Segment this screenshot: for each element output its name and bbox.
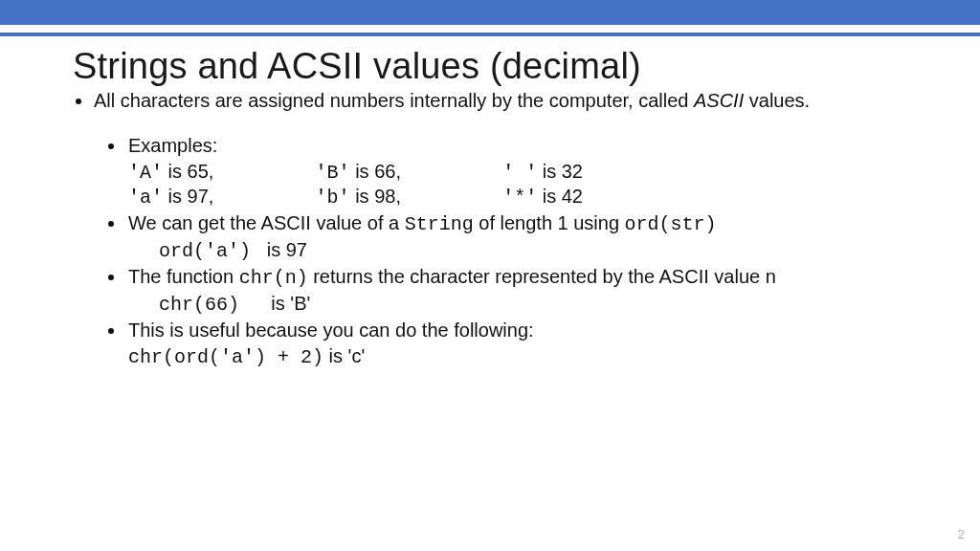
ord-func: ord(str) [625, 213, 717, 235]
ex-b-val: is 98, [350, 186, 401, 207]
ex-space-val: is 32 [537, 161, 583, 182]
ord-mid: of length 1 using [474, 212, 625, 233]
ex-A-val: is 65, [163, 161, 213, 182]
page-number: 2 [958, 527, 965, 541]
ord-example: ord('a') is 97 [126, 238, 932, 263]
accent-bar-thin [0, 33, 980, 36]
useful-bullet: This is useful because you can do the fo… [126, 319, 932, 342]
useful-ex-res: is 'c' [323, 345, 365, 366]
intro-text-post: values. [744, 90, 810, 111]
ex-A-char: 'A' [128, 162, 163, 184]
examples-block: 'A' is 65, 'B' is 66, ' ' is 32 'a' is 9… [126, 160, 932, 209]
chr-example: chr(66) is 'B' [126, 292, 932, 317]
ord-pre: We can get the ASCII value of a [128, 212, 405, 233]
ord-string-kw: String [405, 213, 474, 235]
ex-B-char: 'B' [316, 162, 350, 184]
intro-text-pre: All characters are assigned numbers inte… [94, 90, 694, 111]
ex-a-char: 'a' [128, 187, 163, 209]
slide-title: Strings and ACSII values (decimal) [73, 46, 932, 87]
chr-ex-code: chr(66) [159, 294, 239, 316]
chr-pre: The function [128, 266, 239, 287]
ord-bullet: We can get the ASCII value of a String o… [126, 211, 932, 236]
chr-post: returns the character represented by the… [308, 266, 776, 287]
slide-content: Strings and ACSII values (decimal) All c… [73, 46, 932, 371]
chr-func: chr(n) [239, 267, 308, 289]
chr-ex-res: is 'B' [239, 293, 310, 314]
ex-star-val: is 42 [537, 186, 583, 207]
useful-ex-code: chr(ord('a') + 2) [128, 346, 323, 368]
ex-a-val: is 97, [163, 186, 213, 207]
intro-bullet: All characters are assigned numbers inte… [94, 89, 932, 369]
accent-bar-top [0, 0, 980, 25]
ex-B-val: is 66, [350, 161, 401, 182]
examples-label: Examples: [126, 134, 932, 158]
chr-bullet: The function chr(n) returns the characte… [126, 265, 932, 290]
useful-example: chr(ord('a') + 2) is 'c' [126, 344, 932, 369]
ex-b-char: 'b' [316, 187, 350, 209]
slide-body: All characters are assigned numbers inte… [73, 89, 932, 369]
intro-text-ascii: ASCII [694, 90, 744, 111]
ord-ex-code: ord('a') [159, 240, 251, 262]
ex-space-char: ' ' [502, 162, 537, 184]
ord-ex-res: is 97 [251, 239, 307, 260]
ex-star-char: '*' [502, 187, 537, 209]
